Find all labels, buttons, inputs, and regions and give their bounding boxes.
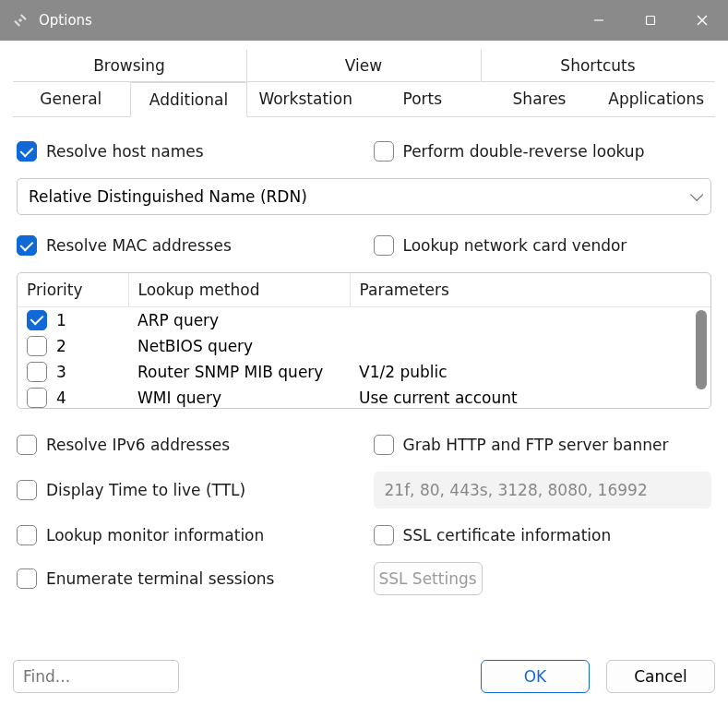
grab-banner-checkbox[interactable]: Grab HTTP and FTP server banner bbox=[374, 435, 669, 455]
tab-workstation[interactable]: Workstation bbox=[247, 82, 364, 116]
table-row[interactable]: 3 Router SNMP MIB query V1/2 public bbox=[18, 359, 710, 385]
row-checkbox[interactable] bbox=[27, 362, 47, 382]
tab-applications[interactable]: Applications bbox=[598, 82, 715, 116]
distinguished-name-value: Relative Distinguished Name (RDN) bbox=[29, 187, 307, 206]
checkbox-icon bbox=[17, 235, 37, 256]
distinguished-name-select[interactable]: Relative Distinguished Name (RDN) bbox=[17, 178, 711, 215]
row-method: NetBIOS query bbox=[128, 333, 350, 359]
checkbox-icon bbox=[17, 480, 37, 500]
row-checkbox[interactable] bbox=[27, 310, 47, 330]
svg-rect-0 bbox=[18, 18, 22, 22]
row-priority: 2 bbox=[56, 337, 66, 355]
checkbox-icon bbox=[374, 435, 394, 455]
column-parameters[interactable]: Parameters bbox=[350, 273, 710, 307]
row-params: V1/2 public bbox=[350, 359, 710, 385]
minimize-button[interactable] bbox=[573, 0, 625, 41]
double-reverse-checkbox[interactable]: Perform double-reverse lookup bbox=[374, 141, 645, 162]
row-checkbox[interactable] bbox=[27, 336, 47, 356]
display-ttl-checkbox[interactable]: Display Time to live (TTL) bbox=[17, 480, 245, 500]
checkbox-icon bbox=[17, 525, 37, 545]
tab-general[interactable]: General bbox=[13, 82, 130, 116]
maximize-button[interactable] bbox=[625, 0, 676, 41]
checkbox-icon bbox=[17, 568, 37, 589]
tab-shares[interactable]: Shares bbox=[482, 82, 599, 116]
tab-strip: Browsing View Shortcuts General Addition… bbox=[13, 50, 715, 117]
column-priority[interactable]: Priority bbox=[18, 273, 128, 307]
checkbox-icon bbox=[374, 141, 394, 162]
cancel-button[interactable]: Cancel bbox=[606, 660, 715, 693]
lookup-monitor-label: Lookup monitor information bbox=[46, 526, 264, 544]
checkbox-icon bbox=[17, 141, 37, 162]
dialog-footer: OK Cancel bbox=[13, 660, 715, 693]
row-priority: 4 bbox=[56, 389, 66, 407]
close-button[interactable] bbox=[676, 0, 728, 41]
row-priority: 1 bbox=[56, 311, 66, 329]
lookup-monitor-checkbox[interactable]: Lookup monitor information bbox=[17, 525, 264, 545]
grab-banner-label: Grab HTTP and FTP server banner bbox=[403, 436, 669, 454]
table-row[interactable]: 1 ARP query bbox=[18, 307, 710, 333]
tab-ports[interactable]: Ports bbox=[364, 82, 482, 116]
ssl-cert-label: SSL certificate information bbox=[403, 526, 612, 544]
resolve-host-names-checkbox[interactable]: Resolve host names bbox=[17, 141, 204, 162]
chevron-down-icon bbox=[690, 188, 703, 201]
mac-lookup-table: Priority Lookup method Parameters 1 ARP … bbox=[17, 272, 711, 409]
tab-view[interactable]: View bbox=[246, 50, 481, 82]
row-method: WMI query bbox=[128, 385, 350, 410]
row-method: Router SNMP MIB query bbox=[128, 359, 350, 385]
enumerate-terminal-label: Enumerate terminal sessions bbox=[46, 569, 274, 588]
resolve-mac-label: Resolve MAC addresses bbox=[46, 236, 232, 255]
row-params bbox=[350, 307, 710, 333]
row-checkbox[interactable] bbox=[27, 388, 47, 408]
lookup-vendor-checkbox[interactable]: Lookup network card vendor bbox=[374, 235, 627, 256]
display-ttl-label: Display Time to live (TTL) bbox=[46, 481, 245, 499]
row-method: ARP query bbox=[128, 307, 350, 333]
ok-button[interactable]: OK bbox=[481, 660, 590, 693]
row-params bbox=[350, 333, 710, 359]
row-priority: 3 bbox=[56, 363, 66, 381]
table-row[interactable]: 2 NetBIOS query bbox=[18, 333, 710, 359]
ssl-cert-checkbox[interactable]: SSL certificate information bbox=[374, 525, 612, 545]
resolve-ipv6-label: Resolve IPv6 addresses bbox=[46, 436, 230, 454]
scroll-thumb[interactable] bbox=[696, 310, 707, 389]
window-title: Options bbox=[39, 12, 92, 29]
row-params: Use current account bbox=[350, 385, 710, 410]
table-scrollbar[interactable] bbox=[696, 310, 707, 402]
title-bar: Options bbox=[0, 0, 728, 41]
checkbox-icon bbox=[17, 435, 37, 455]
resolve-host-names-label: Resolve host names bbox=[46, 142, 204, 161]
resolve-mac-checkbox[interactable]: Resolve MAC addresses bbox=[17, 235, 232, 256]
table-row[interactable]: 4 WMI query Use current account bbox=[18, 385, 710, 410]
enumerate-terminal-checkbox[interactable]: Enumerate terminal sessions bbox=[17, 568, 274, 589]
tab-shortcuts[interactable]: Shortcuts bbox=[481, 50, 715, 82]
lookup-vendor-label: Lookup network card vendor bbox=[403, 236, 627, 255]
banner-ports-input[interactable] bbox=[374, 472, 712, 509]
checkbox-icon bbox=[374, 235, 394, 256]
double-reverse-label: Perform double-reverse lookup bbox=[403, 142, 645, 161]
svg-rect-2 bbox=[647, 17, 655, 25]
checkbox-icon bbox=[374, 525, 394, 545]
resolve-ipv6-checkbox[interactable]: Resolve IPv6 addresses bbox=[17, 435, 230, 455]
ssl-settings-button[interactable]: SSL Settings bbox=[374, 562, 483, 595]
tab-browsing[interactable]: Browsing bbox=[13, 50, 246, 82]
column-method[interactable]: Lookup method bbox=[128, 273, 350, 307]
tab-additional[interactable]: Additional bbox=[130, 82, 248, 117]
table-header-row: Priority Lookup method Parameters bbox=[18, 273, 710, 307]
app-icon bbox=[11, 11, 30, 30]
find-input[interactable] bbox=[13, 660, 179, 693]
